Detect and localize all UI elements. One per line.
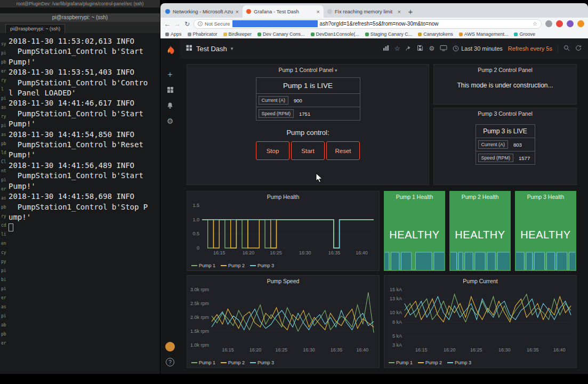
new-tab-button[interactable]: + — [405, 5, 416, 17]
browser-tab[interactable]: Grafana - Test Dash× — [243, 5, 324, 18]
extension-icon[interactable] — [545, 20, 552, 27]
tab-label: Grafana - Test Dash — [254, 9, 314, 14]
legend-item[interactable]: Pump 3 — [447, 360, 471, 365]
address-bar[interactable]: i Not Secure ash?orgId=1&refresh=5s&from… — [194, 19, 542, 29]
terminal-gap — [0, 7, 160, 13]
user-avatar[interactable] — [165, 342, 175, 351]
tab-close-icon[interactable]: × — [236, 9, 239, 15]
panel-title[interactable]: Pump Current — [384, 276, 576, 286]
tab-favicon-icon — [327, 9, 332, 14]
bookmark-favicon-icon — [188, 33, 191, 36]
terminal-back-titlebar: root@PluginDev: /var/lib/grafana/plugins… — [0, 0, 160, 7]
dashboards-icon[interactable] — [160, 82, 180, 98]
tab-close-icon[interactable]: × — [317, 9, 320, 15]
browser-window: Networking - Microsoft Azure×Grafana - T… — [160, 3, 588, 374]
legend-item[interactable]: Pump 3 — [250, 263, 274, 268]
bookmark-item[interactable]: Groove — [514, 31, 535, 37]
panel-title[interactable]: Pump 3 Control Panel — [434, 108, 576, 119]
terminal-tab-bar: pi@raspberrypi: ~ (ssh) — [0, 22, 160, 33]
dashboard: Pump 1 Control Panel ▾ Pump 1 is LIVE Cu… — [180, 59, 588, 374]
panel-pump1-health-stat: Pump 1 Health HEALTHY — [384, 191, 445, 271]
bookmark-item[interactable]: Apps — [165, 31, 182, 37]
legend-item[interactable]: Pump 2 — [418, 360, 442, 365]
grafana-sidebar: + ⚙ ? — [160, 38, 180, 374]
search-icon[interactable] — [563, 44, 570, 53]
panel-title[interactable]: Pump 2 Health — [450, 191, 510, 202]
legend-item[interactable]: Pump 1 — [191, 263, 215, 268]
bookmark-item[interactable]: Canarytokens — [418, 31, 453, 37]
svg-text:1.0k rpm: 1.0k rpm — [190, 342, 209, 348]
share-icon[interactable] — [405, 44, 412, 53]
panel-title[interactable]: Pump 2 Control Panel — [434, 65, 576, 75]
panel-title[interactable]: Pump 1 Control Panel ▾ — [187, 65, 429, 75]
bookmark-item[interactable]: AWS Management... — [459, 31, 509, 37]
back-button[interactable]: ← — [164, 21, 171, 27]
panel-title[interactable]: Pump 3 Health — [515, 191, 576, 202]
pump-control-buttons: StopStartReset — [187, 141, 429, 160]
terminal-side-pane: sypipberrylpiasrypiaspbldClntpieraspbryc… — [0, 33, 7, 374]
terminal-body[interactable]: sypipberrylpiasrypiaspbldClntpieraspbryc… — [0, 33, 160, 374]
profile-avatar[interactable] — [567, 20, 574, 27]
add-panel-icon[interactable] — [383, 44, 389, 53]
panel-title[interactable]: Pump Speed — [187, 276, 379, 286]
grafana-app: + ⚙ ? Test Dash ▾ — [160, 38, 588, 374]
panel-menu-caret-icon[interactable]: ▾ — [335, 68, 337, 73]
legend-item[interactable]: Pump 1 — [389, 360, 413, 365]
browser-tab[interactable]: Fix reaching memory limit× — [324, 5, 405, 18]
browser-tab[interactable]: Networking - Microsoft Azure× — [162, 5, 243, 18]
tab-strip: Networking - Microsoft Azure×Grafana - T… — [160, 3, 588, 18]
bookmark-item[interactable]: Dev Canary Cons... — [257, 31, 305, 37]
forward-button[interactable]: → — [174, 21, 181, 27]
tv-mode-icon[interactable] — [440, 44, 447, 53]
svg-text:1.0: 1.0 — [192, 217, 199, 222]
bookmark-favicon-icon — [365, 33, 369, 36]
save-icon[interactable] — [417, 44, 423, 53]
bookmark-item[interactable]: Birdkeeper — [223, 31, 252, 37]
panel-pump-current-graph: Pump Current 3 kA5 kA8 kA10 kA13 kA15 kA… — [384, 275, 577, 368]
pump-stop-button[interactable]: Stop — [256, 141, 289, 160]
settings-gear-icon[interactable]: ⚙ — [160, 113, 180, 129]
bookmarks-bar: AppsPhabricatorBirdkeeperDev Canary Cons… — [160, 30, 588, 38]
bookmark-favicon-icon — [418, 33, 422, 36]
star-icon[interactable]: ☆ — [394, 45, 400, 52]
grafana-logo-icon[interactable] — [160, 43, 180, 58]
metric-value: 1577 — [515, 155, 533, 161]
extension-icon-red[interactable] — [556, 20, 563, 27]
help-icon[interactable]: ? — [166, 358, 174, 366]
panel-title[interactable]: Pump 1 Health — [384, 191, 445, 202]
pump-speed-plot[interactable]: 1.0k rpm1.5k rpm2.0k rpm2.5k rpm3.0k rpm… — [188, 286, 378, 354]
pump-current-plot[interactable]: 3 kA5 kA8 kA10 kA13 kA15 kA16:1516:2016:… — [385, 286, 575, 354]
health-value: HEALTHY — [515, 229, 576, 241]
terminal-window: root@PluginDev: /var/lib/grafana/plugins… — [0, 0, 160, 374]
pump-control-label: Pump control: — [187, 129, 429, 137]
chevron-down-icon[interactable]: ▾ — [231, 46, 233, 51]
pump3-status: Pump 3 is LIVE — [476, 125, 535, 138]
pump-health-plot[interactable]: 00.51.01.516:1516:2016:2516:3016:3516:40 — [188, 202, 378, 257]
bookmark-item[interactable]: DevDan1Console(... — [311, 31, 359, 37]
legend-item[interactable]: Pump 1 — [191, 360, 215, 365]
add-icon[interactable]: + — [160, 67, 180, 82]
bookmark-item[interactable]: Phabricator — [188, 31, 218, 37]
legend-item[interactable]: Pump 2 — [221, 360, 245, 365]
svg-text:16:30: 16:30 — [299, 250, 311, 255]
dashboard-grid-icon[interactable] — [186, 44, 192, 53]
refresh-icon[interactable] — [575, 44, 582, 53]
pump-reset-button[interactable]: Reset — [326, 141, 360, 160]
pump-start-button[interactable]: Start — [291, 141, 325, 160]
legend-item[interactable]: Pump 3 — [250, 360, 274, 365]
dashboard-settings-icon[interactable]: ⚙ — [429, 45, 434, 52]
dashboard-title[interactable]: Test Dash — [196, 45, 227, 53]
time-range-picker[interactable]: Last 30 minutes — [453, 45, 503, 52]
extension-icon-orange[interactable] — [577, 20, 584, 27]
info-icon[interactable]: i — [198, 21, 203, 26]
bookmark-item[interactable]: Staging Canary C... — [365, 31, 413, 37]
alerting-bell-icon[interactable] — [160, 98, 180, 113]
bookmark-star-icon[interactable]: ☆ — [533, 21, 537, 27]
panel-title[interactable]: Pump Health — [187, 191, 379, 202]
tab-close-icon[interactable]: × — [398, 9, 401, 15]
refresh-interval-picker[interactable]: Refresh every 5s — [508, 45, 552, 52]
legend-item[interactable]: Pump 2 — [221, 263, 245, 268]
reload-button[interactable]: ↻ — [184, 21, 190, 27]
svg-text:16:40: 16:40 — [356, 347, 368, 353]
terminal-tab[interactable]: pi@raspberrypi: ~ (ssh) — [5, 24, 65, 33]
